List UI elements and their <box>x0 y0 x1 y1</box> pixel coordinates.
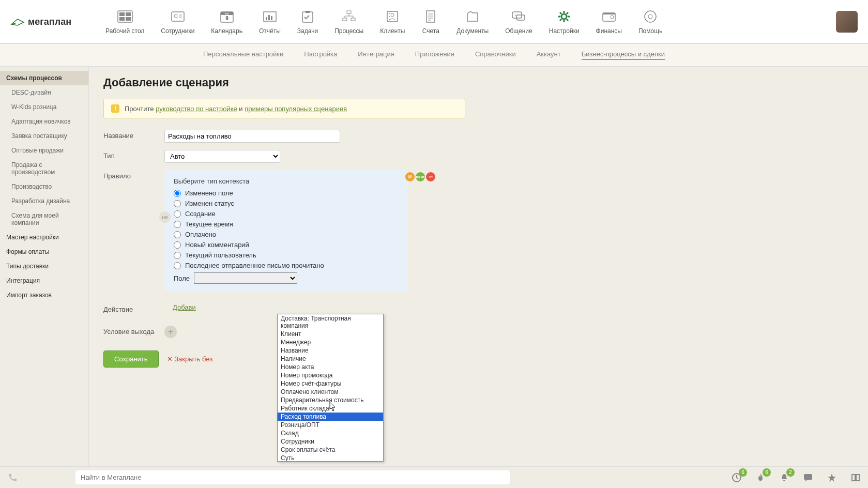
svg-point-24 <box>389 19 390 20</box>
dropdown-option[interactable]: Номер счёт-фактуры <box>278 379 383 388</box>
input-name[interactable] <box>164 130 340 143</box>
sub-header: Персональные настройки Настройка Интегра… <box>0 44 868 67</box>
action-add-link[interactable]: Добави <box>173 303 196 311</box>
rule-not-badge[interactable]: не <box>159 211 171 223</box>
nav-calendar[interactable]: апр9Календарь <box>203 7 251 37</box>
svg-rect-27 <box>516 15 525 20</box>
sidebar-header-schemes[interactable]: Схемы процессов <box>0 71 88 85</box>
svg-point-35 <box>648 14 652 19</box>
svg-rect-3 <box>119 17 125 21</box>
dropdown-option[interactable]: Наличие <box>278 355 383 363</box>
dropdown-option[interactable]: Оплачено клиентом <box>278 388 383 396</box>
dropdown-option[interactable]: Работник склада <box>278 404 383 413</box>
sidebar-payment[interactable]: Формы оплаты <box>0 245 88 259</box>
alert-link-examples[interactable]: примеры популярных сценариев <box>245 105 347 113</box>
dropdown-option[interactable]: Название <box>278 346 383 355</box>
page-title: Добавление сценария <box>103 76 854 89</box>
nav-invoices[interactable]: Счета <box>413 7 448 37</box>
nav-reports[interactable]: Отчёты <box>251 7 289 37</box>
svg-rect-5 <box>172 12 184 21</box>
dropdown-option[interactable]: Предварительная стоимость <box>278 396 383 404</box>
sidebar-item-production[interactable]: Производство <box>0 179 88 194</box>
dropdown-option[interactable]: Номер промокода <box>278 371 383 379</box>
sidebar-item-design[interactable]: Разработка дизайна <box>0 194 88 208</box>
dropdown-option[interactable]: Розница/ОПТ <box>278 421 383 429</box>
radio-field-changed[interactable] <box>174 190 181 197</box>
radio-last-email-read[interactable] <box>174 262 181 269</box>
select-field[interactable] <box>194 272 297 284</box>
sidebar-item-adapt[interactable]: Адаптация новичков <box>0 114 88 129</box>
sidebar-item-desc[interactable]: DESC-дизайн <box>0 85 88 100</box>
nav-settings[interactable]: Настройки <box>541 7 588 37</box>
nav-help[interactable]: Помощь <box>630 7 671 37</box>
badge-and[interactable]: И <box>405 172 415 181</box>
sidebar-item-saleprod[interactable]: Продажа с производством <box>0 158 88 179</box>
dropdown-option[interactable]: Сотрудники <box>278 437 383 446</box>
svg-rect-4 <box>126 17 131 21</box>
label-exit: Условие выхода <box>103 326 164 335</box>
nav-finance[interactable]: Финансы <box>588 7 630 37</box>
sidebar-delivery[interactable]: Типы доставки <box>0 259 88 273</box>
nav-processes[interactable]: Процессы <box>326 7 372 37</box>
field-dropdown[interactable]: Доставка: Транспортная компания Клиент М… <box>277 314 384 462</box>
cancel-button[interactable]: Закрыть без <box>167 355 213 363</box>
svg-point-29 <box>517 14 518 16</box>
radio-current-time[interactable] <box>174 221 181 228</box>
svg-rect-2 <box>126 12 131 16</box>
nav-documents[interactable]: Документы <box>448 7 497 37</box>
avatar[interactable] <box>836 11 858 33</box>
radio-current-user[interactable] <box>174 252 181 259</box>
logo[interactable]: мегаплан <box>10 17 71 27</box>
dropdown-option[interactable]: Склад <box>278 429 383 437</box>
nav-items: Рабочий стол Сотрудники апр9Календарь От… <box>97 7 836 37</box>
dropdown-option[interactable]: Номер акта <box>278 363 383 371</box>
content: Добавление сценария ! Прочтите руководст… <box>89 67 868 466</box>
label-name: Название <box>103 130 164 140</box>
sidebar-item-wkids[interactable]: W-Kids розница <box>0 100 88 114</box>
sidebar-master[interactable]: Мастер настройки <box>0 230 88 245</box>
dropdown-option[interactable]: Клиент <box>278 330 383 338</box>
dropdown-option[interactable]: Срок оплаты счёта <box>278 446 383 454</box>
dropdown-option-highlighted[interactable]: Расход топлива <box>278 413 383 421</box>
subnav-bp[interactable]: Бизнес-процессы и сделки <box>582 50 665 60</box>
nav-employees[interactable]: Сотрудники <box>153 7 203 37</box>
sidebar-item-supplier[interactable]: Заявка поставщику <box>0 129 88 143</box>
badge-remove[interactable]: − <box>426 172 435 181</box>
subnav-account[interactable]: Аккаунт <box>537 50 561 60</box>
alert-link-guide[interactable]: руководство по настройке <box>156 105 237 113</box>
svg-rect-14 <box>271 16 272 20</box>
svg-point-28 <box>515 14 516 16</box>
nav-chat[interactable]: Общение <box>497 7 541 37</box>
subnav-apps[interactable]: Приложения <box>415 50 454 60</box>
svg-point-30 <box>561 14 567 19</box>
svg-rect-1 <box>119 12 125 16</box>
radio-status-changed[interactable] <box>174 200 181 207</box>
subnav-setup[interactable]: Настройка <box>304 50 337 60</box>
badge-or[interactable]: или <box>416 172 425 181</box>
nav-desktop[interactable]: Рабочий стол <box>97 7 153 37</box>
nav-tasks[interactable]: Задачи <box>289 7 326 37</box>
svg-point-6 <box>174 14 177 18</box>
subnav-personal[interactable]: Персональные настройки <box>203 50 283 60</box>
label-action: Действие <box>103 303 164 313</box>
sidebar-integration[interactable]: Интеграция <box>0 273 88 288</box>
dropdown-option[interactable]: Суть <box>278 454 383 462</box>
sidebar: Схемы процессов DESC-дизайн W-Kids розни… <box>0 67 89 466</box>
sidebar-item-wholesale[interactable]: Оптовые продажи <box>0 143 88 158</box>
nav-clients[interactable]: Клиенты <box>372 7 413 37</box>
svg-text:апр: апр <box>225 12 229 15</box>
dropdown-option[interactable]: Менеджер <box>278 338 383 346</box>
radio-new-comment[interactable] <box>174 241 181 249</box>
radio-paid[interactable] <box>174 231 181 238</box>
subnav-integration[interactable]: Интеграция <box>358 50 394 60</box>
dropdown-option[interactable]: Доставка: Транспортная компания <box>278 314 383 330</box>
radio-creation[interactable] <box>174 210 181 218</box>
sidebar-import[interactable]: Импорт заказов <box>0 288 88 302</box>
subnav-references[interactable]: Справочники <box>475 50 516 60</box>
select-type[interactable]: Авто <box>164 150 280 163</box>
logo-icon <box>10 17 25 26</box>
svg-rect-19 <box>351 18 355 21</box>
exit-add-button[interactable]: + <box>164 326 177 338</box>
save-button[interactable]: Сохранить <box>103 350 159 368</box>
sidebar-item-mycompany[interactable]: Схема для моей компании <box>0 208 88 230</box>
